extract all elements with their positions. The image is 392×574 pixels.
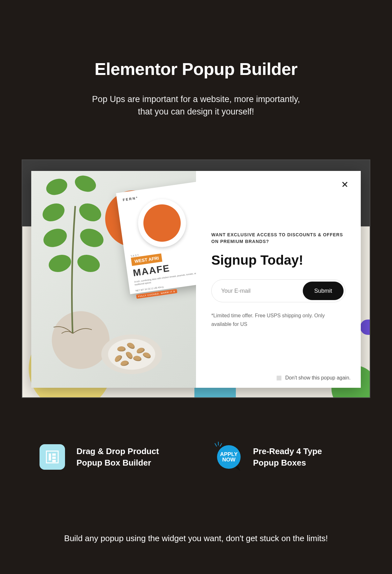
svg-point-5 (77, 225, 106, 251)
subtitle-line: that you can design it yourself! (138, 107, 254, 116)
dont-show-label: Don't show this popup again. (285, 375, 351, 381)
elementor-icon (40, 444, 65, 470)
subtitle-line: Pop Ups are important for a website, mor… (92, 94, 300, 104)
feature-line: Pre-Ready 4 Type (253, 446, 322, 456)
svg-point-1 (73, 173, 98, 195)
dont-show-again[interactable]: Don't show this popup again. (277, 375, 351, 381)
checkbox-icon[interactable] (277, 376, 281, 380)
apply-now-icon: APPLY NOW (216, 444, 242, 470)
soup-bowl-image (135, 196, 189, 250)
product-package: FERN° TAST WEST AFRI MAAFE A rich, comfo… (116, 182, 196, 294)
peanut-icon (117, 346, 126, 351)
decorative-pill (360, 320, 370, 335)
svg-point-7 (75, 252, 102, 275)
page-title: Elementor Popup Builder (0, 59, 392, 79)
feature-text: Pre-Ready 4 Type Popup Boxes (253, 445, 322, 469)
svg-point-2 (40, 200, 67, 225)
feature-line: Popup Boxes (253, 458, 306, 467)
feature-text: Drag & Drop Product Popup Box Builder (76, 445, 159, 469)
close-icon[interactable] (340, 180, 349, 189)
email-input[interactable] (221, 288, 303, 294)
peanut-bowl (95, 330, 168, 378)
feature-drag-drop: Drag & Drop Product Popup Box Builder (40, 444, 194, 470)
feature-row: Drag & Drop Product Popup Box Builder AP… (22, 444, 370, 470)
svg-point-3 (76, 200, 104, 225)
popup-heading: Signup Today! (211, 253, 345, 268)
signup-popup: FERN° TAST WEST AFRI MAAFE A rich, comfo… (31, 171, 361, 388)
feature-line: Drag & Drop Product (76, 446, 159, 456)
popup-showcase: FERN° TAST WEST AFRI MAAFE A rich, comfo… (22, 159, 370, 398)
svg-point-0 (44, 176, 69, 198)
svg-point-4 (41, 225, 70, 251)
popup-disclaimer: *Limited time offer. Free USPS shipping … (211, 311, 345, 328)
popup-eyebrow: WANT EXCLUSIVE ACCESS TO DISCOUNTS & OFF… (211, 232, 345, 245)
footer-tagline: Build any popup using the widget you wan… (0, 534, 392, 543)
badge-text: APPLY (220, 452, 237, 457)
page-subtitle: Pop Ups are important for a website, mor… (0, 93, 392, 118)
svg-point-6 (47, 252, 74, 275)
popup-form-panel: WANT EXCLUSIVE ACCESS TO DISCOUNTS & OFF… (196, 171, 361, 388)
cursor-icon (236, 466, 241, 472)
herb-plant-image (38, 171, 108, 334)
feature-line: Popup Box Builder (76, 458, 151, 467)
submit-button[interactable]: Submit (303, 282, 344, 300)
feature-pre-ready: APPLY NOW Pre-Ready 4 Type Popup Boxes (216, 444, 370, 470)
badge-text: NOW (222, 457, 236, 462)
email-signup-row: Submit (211, 279, 345, 302)
popup-image-panel: FERN° TAST WEST AFRI MAAFE A rich, comfo… (31, 171, 196, 388)
